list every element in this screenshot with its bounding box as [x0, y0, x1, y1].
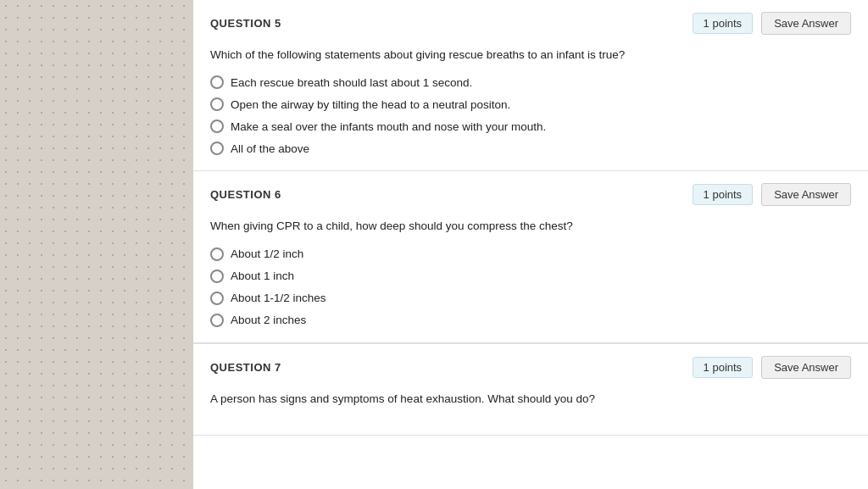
question-block-6: QUESTION 6 1 points Save Answer When giv… [193, 171, 868, 342]
question-block-5: QUESTION 5 1 points Save Answer Which of… [193, 0, 868, 171]
question-text-6: When giving CPR to a child, how deep sho… [210, 218, 851, 235]
radio-5-3[interactable] [210, 142, 224, 155]
option-6-3[interactable]: About 2 inches [210, 314, 851, 327]
question-title-5: QUESTION 5 [210, 17, 281, 30]
option-6-2[interactable]: About 1-1/2 inches [210, 292, 851, 305]
question-header-7: QUESTION 7 1 points Save Answer [193, 344, 868, 387]
option-label-5-3: All of the above [231, 142, 309, 155]
main-content: QUESTION 5 1 points Save Answer Which of… [193, 0, 868, 489]
question-actions-7: 1 points Save Answer [693, 356, 851, 379]
options-list-5: Each rescue breath should last about 1 s… [210, 75, 851, 155]
points-badge-5: 1 points [693, 13, 754, 34]
option-6-1[interactable]: About 1 inch [210, 270, 851, 283]
question-body-7: A person has signs and symptoms of heat … [193, 387, 868, 435]
option-label-6-0: About 1/2 inch [231, 247, 303, 260]
radio-5-1[interactable] [210, 97, 224, 111]
options-list-6: About 1/2 inch About 1 inch About 1-1/2 … [210, 247, 851, 327]
question-text-7: A person has signs and symptoms of heat … [210, 391, 851, 408]
option-label-6-2: About 1-1/2 inches [231, 292, 326, 304]
radio-5-2[interactable] [210, 119, 224, 133]
points-badge-7: 1 points [693, 357, 754, 378]
radio-6-0[interactable] [210, 247, 224, 261]
option-5-3[interactable]: All of the above [210, 142, 851, 155]
option-5-1[interactable]: Open the airway by tilting the head to a… [210, 97, 851, 111]
option-6-0[interactable]: About 1/2 inch [210, 247, 851, 261]
save-answer-button-6[interactable]: Save Answer [761, 183, 851, 206]
question-title-6: QUESTION 6 [210, 188, 281, 201]
option-label-6-1: About 1 inch [231, 270, 294, 282]
option-5-0[interactable]: Each rescue breath should last about 1 s… [210, 75, 851, 89]
option-label-6-3: About 2 inches [231, 314, 306, 326]
question-header-6: QUESTION 6 1 points Save Answer [193, 171, 868, 214]
save-answer-button-5[interactable]: Save Answer [761, 12, 851, 35]
radio-6-1[interactable] [210, 270, 224, 283]
question-block-7: QUESTION 7 1 points Save Answer A person… [193, 343, 868, 436]
option-label-5-2: Make a seal over the infants mouth and n… [231, 120, 546, 133]
points-badge-6: 1 points [693, 184, 754, 205]
radio-6-2[interactable] [210, 292, 224, 305]
option-label-5-0: Each rescue breath should last about 1 s… [231, 76, 472, 89]
question-body-5: Which of the following statements about … [193, 43, 868, 170]
question-title-7: QUESTION 7 [210, 361, 281, 374]
question-body-6: When giving CPR to a child, how deep sho… [193, 214, 868, 342]
question-header-5: QUESTION 5 1 points Save Answer [193, 0, 868, 43]
option-label-5-1: Open the airway by tilting the head to a… [231, 98, 510, 111]
option-5-2[interactable]: Make a seal over the infants mouth and n… [210, 119, 851, 133]
question-actions-6: 1 points Save Answer [693, 183, 851, 206]
sidebar [0, 0, 193, 489]
question-text-5: Which of the following statements about … [210, 47, 851, 64]
radio-5-0[interactable] [210, 75, 224, 89]
question-actions-5: 1 points Save Answer [693, 12, 851, 35]
radio-6-3[interactable] [210, 314, 224, 327]
save-answer-button-7[interactable]: Save Answer [761, 356, 851, 379]
